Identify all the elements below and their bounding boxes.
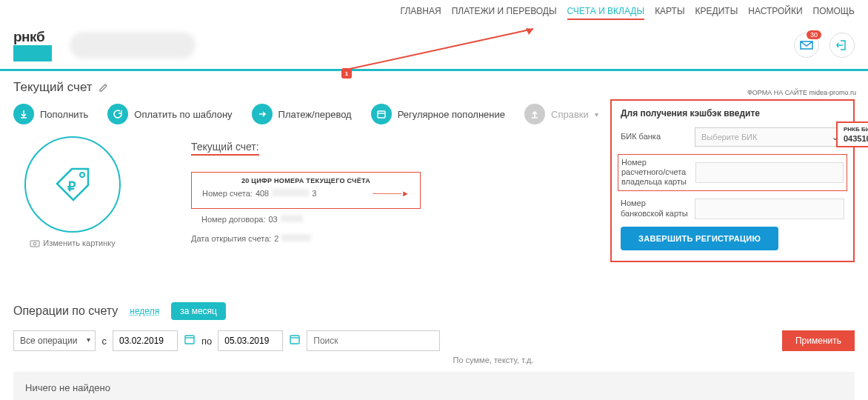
account-picture: ₽ Изменить картинку — [13, 136, 132, 284]
step-badge: 1 — [341, 68, 352, 79]
mail-button[interactable]: 30 — [794, 33, 819, 58]
ops-title: Операции по счету — [13, 304, 118, 318]
mail-badge: 30 — [807, 30, 821, 39]
user-info-blurred — [70, 32, 196, 59]
logout-button[interactable] — [829, 33, 855, 58]
svg-rect-2 — [378, 111, 385, 118]
nav-settings[interactable]: НАСТРОЙКИ — [748, 6, 802, 20]
edit-icon[interactable] — [99, 82, 109, 93]
contract-row: Номер договора: 03 — [201, 215, 421, 224]
empty-result: Ничего не найдено — [13, 372, 855, 400]
from-label: с — [101, 336, 107, 347]
action-recurring[interactable]: Регулярное пополнение — [371, 104, 505, 124]
apply-button[interactable]: Применить — [782, 330, 855, 351]
refresh-icon — [107, 104, 128, 124]
page-title: Текущий счет — [13, 80, 93, 95]
calendar-icon[interactable] — [289, 333, 301, 348]
to-label: по — [201, 336, 212, 347]
form-title: Для получения кэшбэк введите — [621, 108, 844, 119]
bik-select[interactable]: Выберите БИК ⌄ — [695, 127, 844, 147]
account-number-box: 20 ЦИФР НОМЕРА ТЕКУЩЕГО СЧЁТА Номер счет… — [191, 172, 421, 209]
logout-icon — [836, 39, 848, 51]
svg-point-4 — [80, 173, 84, 177]
action-reference-label: Справки — [551, 109, 589, 120]
chevron-down-icon: ▾ — [595, 110, 598, 119]
nav-main[interactable]: ГЛАВНАЯ — [401, 6, 441, 20]
action-template[interactable]: Оплатить по шаблону — [107, 104, 232, 124]
camera-icon — [30, 239, 40, 247]
account-details: Текущий счет: 20 ЦИФР НОМЕРА ТЕКУЩЕГО СЧ… — [191, 136, 421, 284]
nav-accounts[interactable]: СЧЕТА И ВКЛАДЫ — [567, 6, 645, 20]
action-transfer[interactable]: Платеж/перевод — [252, 104, 352, 124]
opened-row: Дата открытия счета: 2 — [191, 234, 421, 243]
card-input-label: Номер банковской карты — [621, 199, 689, 218]
nav-payments[interactable]: ПЛАТЕЖИ И ПЕРЕВОДЫ — [452, 6, 557, 20]
account-input[interactable] — [695, 162, 844, 183]
search-input[interactable] — [307, 330, 440, 351]
card-input[interactable] — [695, 199, 844, 219]
tab-month[interactable]: за месяц — [171, 302, 226, 320]
account-number-row: Номер счета: 408 3 ─────► — [202, 189, 410, 198]
action-transfer-label: Платеж/перевод — [278, 109, 352, 120]
operations-section: Операции по счету неделя за месяц Все оп… — [13, 302, 855, 400]
account-input-label: Номер расчетного/счета владельца карты — [621, 158, 690, 187]
bik-row: БИК банка Выберите БИК ⌄ РНКБ БИК 043510… — [621, 127, 844, 147]
cashback-form: Для получения кэшбэк введите БИК банка В… — [610, 99, 855, 262]
ops-type-select[interactable]: Все операции ▾ — [13, 330, 96, 351]
account-input-row: Номер расчетного/счета владельца карты — [618, 154, 847, 191]
account-digits-title: 20 ЦИФР НОМЕРА ТЕКУЩЕГО СЧЁТА — [202, 177, 410, 184]
download-icon — [13, 104, 34, 124]
action-template-label: Оплатить по шаблону — [134, 109, 232, 120]
logo[interactable]: рнкб — [13, 29, 52, 61]
account-section: ₽ Изменить картинку Текущий счет: 20 ЦИФ… — [13, 136, 855, 284]
svg-text:₽: ₽ — [67, 179, 76, 194]
svg-rect-10 — [290, 336, 299, 344]
action-reference[interactable]: Справки ▾ — [524, 104, 598, 124]
logo-bar — [13, 45, 52, 61]
arrow-right-icon — [252, 104, 273, 124]
account-label: Текущий счет: — [191, 141, 259, 156]
header: рнкб 30 — [0, 24, 868, 69]
svg-rect-8 — [185, 336, 194, 344]
card-input-row: Номер банковской карты — [621, 199, 844, 219]
calendar-icon — [371, 104, 392, 124]
action-topup[interactable]: Пополнить — [13, 104, 88, 124]
nav-cards[interactable]: КАРТЫ — [655, 6, 684, 20]
svg-point-7 — [33, 242, 36, 245]
submit-button[interactable]: ЗАВЕРШИТЬ РЕГИСТРАЦИЮ — [621, 227, 778, 250]
bik-hint-box: РНКБ БИК 043510607 — [836, 121, 868, 147]
logo-text: рнкб — [13, 29, 44, 44]
tab-week[interactable]: неделя — [130, 306, 159, 316]
date-to-input[interactable] — [218, 330, 283, 351]
form-source: ФОРМА НА САЙТЕ midea-promo.ru — [610, 89, 856, 96]
nav-credits[interactable]: КРЕДИТЫ — [695, 6, 738, 20]
action-topup-label: Пополнить — [40, 109, 88, 120]
sort-hint: По сумме, тексту, т.д. — [132, 356, 855, 364]
top-nav: ГЛАВНАЯ ПЛАТЕЖИ И ПЕРЕВОДЫ СЧЕТА И ВКЛАД… — [0, 0, 868, 24]
svg-rect-6 — [30, 241, 39, 247]
action-recurring-label: Регулярное пополнение — [398, 109, 505, 120]
ruble-tag-icon: ₽ — [51, 163, 94, 206]
nav-help[interactable]: ПОМОЩЬ — [813, 6, 855, 20]
filter-row: Все операции ▾ с по Применить — [13, 330, 855, 351]
chevron-down-icon: ▾ — [87, 336, 90, 344]
mail-icon — [800, 41, 813, 50]
bik-label: БИК банка — [621, 132, 689, 141]
change-picture-link[interactable]: Изменить картинку — [13, 239, 132, 247]
calendar-icon[interactable] — [184, 333, 196, 348]
upload-icon — [524, 104, 545, 124]
arrow-right-red: ─────► — [373, 189, 410, 198]
date-from-input[interactable] — [113, 330, 178, 351]
